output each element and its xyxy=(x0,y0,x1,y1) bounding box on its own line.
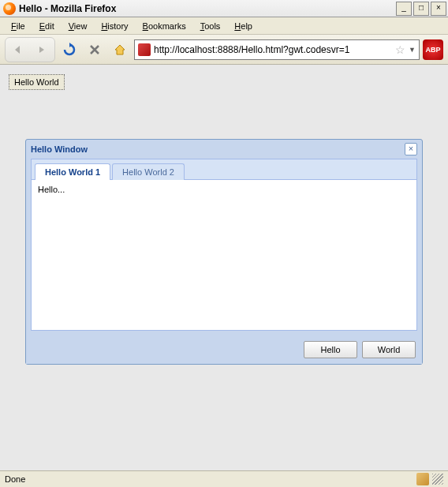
adblock-icon[interactable]: ABP xyxy=(423,39,443,60)
menubar: File Edit View History Bookmarks Tools H… xyxy=(0,17,448,35)
status-plugin-icon[interactable] xyxy=(416,473,429,485)
url-dropdown-icon[interactable]: ▼ xyxy=(409,46,416,54)
back-button[interactable] xyxy=(7,39,29,60)
close-button[interactable]: × xyxy=(431,2,446,16)
tab-strip: Hello World 1 Hello World 2 xyxy=(32,159,416,180)
menu-history[interactable]: History xyxy=(95,20,134,32)
home-button[interactable] xyxy=(109,39,131,60)
statusbar: Done xyxy=(0,470,448,487)
minimize-button[interactable]: _ xyxy=(396,2,412,16)
hello-button[interactable]: Hello xyxy=(304,341,357,358)
hello-window-footer: Hello World xyxy=(26,335,422,364)
hello-window-title: Hello Window xyxy=(31,144,405,154)
url-bar[interactable]: http://localhost:8888/Hello.html?gwt.cod… xyxy=(134,39,420,60)
toolbar: http://localhost:8888/Hello.html?gwt.cod… xyxy=(0,35,448,65)
tab-content: Hello... xyxy=(32,180,416,330)
menu-file[interactable]: File xyxy=(5,20,32,32)
tab-hello-world-1[interactable]: Hello World 1 xyxy=(35,163,110,180)
hello-world-button[interactable]: Hello World xyxy=(9,74,65,90)
hello-window-body: Hello World 1 Hello World 2 Hello... xyxy=(31,159,417,331)
bookmark-star-icon[interactable]: ☆ xyxy=(395,43,405,56)
menu-help[interactable]: Help xyxy=(228,20,259,32)
reload-button[interactable] xyxy=(58,39,80,60)
titlebar: Hello - Mozilla Firefox _ □ × xyxy=(0,0,448,17)
tab-hello-world-2[interactable]: Hello World 2 xyxy=(112,163,185,180)
window-title: Hello - Mozilla Firefox xyxy=(19,3,396,14)
menu-view[interactable]: View xyxy=(62,20,94,32)
forward-button[interactable] xyxy=(31,39,53,60)
hello-window-close-icon[interactable]: × xyxy=(405,143,417,155)
page-content: Hello World www.java2s.com Hello Window … xyxy=(0,65,448,470)
hello-window-header[interactable]: Hello Window × xyxy=(26,140,422,159)
stop-button[interactable] xyxy=(84,39,106,60)
status-text: Done xyxy=(5,474,416,484)
maximize-button[interactable]: □ xyxy=(413,2,429,16)
window-controls: _ □ × xyxy=(396,2,446,16)
world-button[interactable]: World xyxy=(362,341,416,358)
firefox-icon xyxy=(3,2,16,15)
url-text: http://localhost:8888/Hello.html?gwt.cod… xyxy=(154,44,392,55)
resize-grip-icon[interactable] xyxy=(432,474,443,485)
menu-bookmarks[interactable]: Bookmarks xyxy=(136,20,192,32)
nav-group xyxy=(5,37,55,62)
menu-tools[interactable]: Tools xyxy=(194,20,227,32)
menu-edit[interactable]: Edit xyxy=(33,20,61,32)
site-icon xyxy=(138,43,151,56)
hello-window: Hello Window × Hello World 1 Hello World… xyxy=(25,139,423,365)
